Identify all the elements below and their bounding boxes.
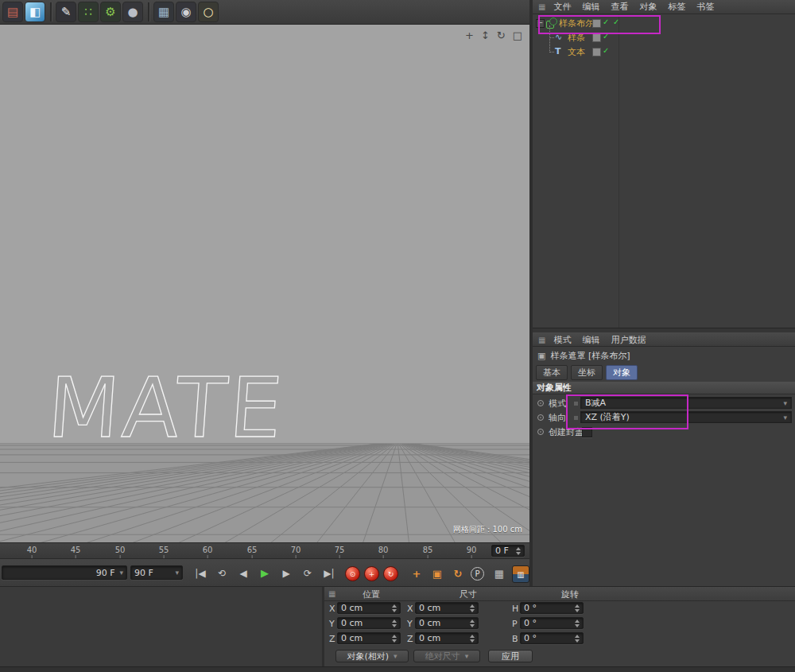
panel-grip-icon[interactable]: ▦ [328,589,335,598]
horizontal-splitter[interactable] [0,586,795,587]
visibility-toggle[interactable] [592,48,601,56]
range-end-field[interactable]: 90 F ▾ [130,565,183,580]
enable-toggle[interactable]: ✓ [603,17,609,26]
keyframe-circle-icon[interactable] [537,429,544,435]
rotate-view-icon[interactable]: ↻ [497,29,506,41]
position-y-field[interactable]: 0 cm [337,617,401,629]
stepper[interactable] [470,635,475,643]
move-tool-icon[interactable]: + [409,565,425,581]
tab-coordinates[interactable]: 坐标 [571,365,603,380]
enable-toggle[interactable]: ✓ [603,32,609,41]
object-row-spline[interactable]: ∿ 样条 ✓ [533,31,795,44]
enable-toggle[interactable]: ✓ [603,46,609,55]
next-key-button[interactable]: ⟳ [298,565,317,581]
panel-grip-icon[interactable]: ▦ [538,2,545,11]
stepper[interactable] [392,604,397,612]
create-caps-row: 创建封盖 [533,425,795,438]
size-x-field[interactable]: 0 cm [415,602,479,614]
size-mode-dropdown[interactable]: 绝对尺寸 ▾ [413,650,480,662]
stepper[interactable] [470,604,475,612]
menu-item-file[interactable]: 文件 [553,1,571,13]
menu-item-objects[interactable]: 对象 [639,1,657,13]
pen-spline-icon[interactable]: ✎ [56,2,76,22]
goto-end-button[interactable]: ▶| [320,565,339,581]
array-glyph: ∷ [84,5,92,19]
play-button[interactable]: ▶ [255,565,274,581]
create-caps-checkbox[interactable] [582,427,592,437]
axis-dropdown[interactable]: XZ (沿着Y) ▾ [580,411,792,423]
object-row-spline-boolean[interactable]: − 样条布尔 ✓ ✓ [533,17,795,29]
range-end-value: 90 F [134,568,153,578]
rotate-tool-icon[interactable]: ↻ [450,565,466,581]
autokey-position-button[interactable]: + [364,566,379,581]
generator-check[interactable]: ✓ [613,17,619,26]
menu-item-user-data[interactable]: 用户数据 [611,334,646,346]
viewport[interactable]: MATE + ↕ ↻ □ 网格间距 : 100 cm [0,25,529,542]
panel-splitter[interactable] [533,328,795,333]
rotation-b-field[interactable]: 0 ° [520,632,584,644]
pan-view-icon[interactable]: + [465,29,474,41]
window-edge [0,666,795,672]
timeline-ruler[interactable]: 40 45 50 55 60 65 70 75 80 85 90 0 F [0,542,529,558]
camera-icon[interactable]: ◉ [176,2,196,22]
scale-tool-icon[interactable]: ▣ [429,565,445,581]
object-manager: − 样条布尔 ✓ ✓ ∿ 样条 ✓ T 文本 ✓ [533,14,795,328]
goto-start-button[interactable]: |◀ [191,565,210,581]
zoom-view-icon[interactable]: ↕ [481,29,490,41]
toggle-view-icon[interactable]: □ [513,29,522,41]
keyframe-circle-icon[interactable] [537,400,544,406]
gear-deformer-icon[interactable]: ⚙ [100,2,121,22]
stepper[interactable] [392,635,397,643]
range-start-field[interactable]: 90 F ▾ [2,565,127,580]
stepper[interactable] [470,620,475,627]
menu-item-bookmarks[interactable]: 书签 [696,1,714,13]
menu-item-edit[interactable]: 编辑 [582,334,599,346]
size-z-field[interactable]: 0 cm [415,632,479,644]
field-value: 0 cm [419,633,440,643]
menu-item-tags[interactable]: 标签 [668,1,685,13]
panel-grip-icon[interactable]: ▦ [538,336,545,344]
previous-frame-button[interactable]: ◀ [234,565,253,581]
rotation-h-field[interactable]: 0 ° [520,602,584,614]
position-z-field[interactable]: 0 cm [337,632,401,644]
metaball-icon[interactable]: ● [122,2,143,22]
stepper[interactable] [392,620,397,627]
stepper[interactable] [575,604,580,612]
visibility-toggle[interactable] [592,19,601,28]
grid-spacing-label: 网格间距 : 100 cm [453,524,522,535]
render-settings-icon[interactable]: ▤ [2,2,23,22]
axis-label: X [407,604,413,614]
menu-item-edit[interactable]: 编辑 [582,1,599,13]
bottom-panel-splitter[interactable] [322,587,324,666]
cube-primitive-icon[interactable]: ◧ [25,2,45,22]
menu-item-mode[interactable]: 模式 [553,334,571,346]
record-keyframe-button[interactable]: ⊙ [345,566,360,581]
expander-icon[interactable]: − [536,19,545,28]
visibility-toggle[interactable] [592,33,601,42]
previous-key-button[interactable]: ⟲ [212,565,231,581]
menu-item-view[interactable]: 查看 [611,1,628,13]
tab-object[interactable]: 对象 [606,365,638,380]
size-y-field[interactable]: 0 cm [415,617,479,629]
parameter-record-icon[interactable]: P [471,567,484,581]
current-frame-field[interactable]: 0 F [491,545,525,557]
floor-environment-icon[interactable]: ▦ [153,2,174,22]
object-row-text[interactable]: T 文本 ✓ [533,45,795,58]
array-generator-icon[interactable]: ∷ [78,2,99,22]
stepper[interactable] [575,620,580,627]
rotation-p-field[interactable]: 0 ° [520,617,584,629]
tab-basic[interactable]: 基本 [536,365,568,380]
coordinate-mode-dropdown[interactable]: 对象(相对) ▾ [335,650,409,662]
keyframe-selection-icon[interactable]: ▦ [491,565,507,581]
keyframe-circle-icon[interactable] [537,414,544,421]
vertical-splitter[interactable] [529,0,533,587]
apply-button[interactable]: 应用 [488,650,533,662]
light-icon[interactable]: ○ [198,2,219,22]
mode-dropdown[interactable]: B减A ▾ [580,397,792,409]
layout-toggle-icon[interactable]: ▥ [512,565,529,583]
position-x-field[interactable]: 0 cm [337,602,401,614]
next-frame-button[interactable]: ▶ [277,565,296,581]
autokey-rotation-button[interactable]: ↻ [383,566,398,581]
stepper[interactable] [575,635,580,643]
frame-stepper[interactable] [516,547,521,555]
